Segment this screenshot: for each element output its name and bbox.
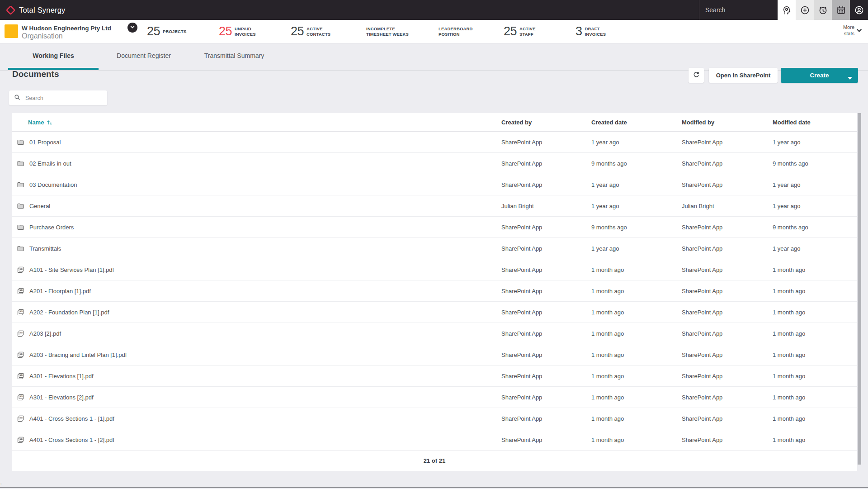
cell-created-date: 1 month ago bbox=[591, 266, 682, 273]
document-name: A401 - Cross Sections 1 - [2].pdf bbox=[29, 437, 114, 443]
svg-text:PDF: PDF bbox=[20, 417, 23, 418]
timer-button[interactable] bbox=[814, 0, 832, 20]
organisation-dropdown-button[interactable] bbox=[127, 23, 137, 33]
cell-created-by: SharePoint App bbox=[501, 266, 591, 273]
stat-active-staff[interactable]: 25ACTIVESTAFF bbox=[504, 20, 536, 43]
cell-modified-by: Julian Bright bbox=[682, 203, 773, 209]
total-synergy-logo-icon bbox=[6, 5, 15, 15]
document-name: A101 - Site Services Plan [1].pdf bbox=[29, 266, 114, 273]
cell-modified-by: SharePoint App bbox=[682, 373, 773, 380]
cell-created-by: SharePoint App bbox=[501, 373, 591, 380]
cell-modified-date: 1 year ago bbox=[773, 181, 857, 188]
stat-label: ACTIVESTAFF bbox=[519, 26, 536, 37]
table-row[interactable]: 01 ProposalSharePoint App1 year agoShare… bbox=[12, 132, 857, 153]
refresh-button[interactable] bbox=[689, 68, 704, 83]
cell-modified-by: SharePoint App bbox=[682, 394, 773, 401]
table-row[interactable]: PDFA401 - Cross Sections 1 - [1].pdfShar… bbox=[12, 408, 857, 429]
pdf-file-icon: PDF bbox=[17, 372, 24, 380]
table-row[interactable]: 02 Emails in outSharePoint App9 months a… bbox=[12, 153, 857, 174]
stat-label: DRAFTINVOICES bbox=[585, 26, 606, 37]
cell-modified-date: 1 month ago bbox=[773, 373, 857, 380]
topbar-icon-buttons bbox=[778, 0, 868, 20]
add-button[interactable] bbox=[796, 0, 814, 20]
row-count-label: 21 of 21 bbox=[424, 457, 445, 464]
stat-unpaid-invoices[interactable]: 25UNPAIDINVOICES bbox=[219, 20, 256, 43]
cell-created-by: SharePoint App bbox=[501, 224, 591, 231]
table-row[interactable]: PDFA101 - Site Services Plan [1].pdfShar… bbox=[12, 259, 857, 280]
document-name: 01 Proposal bbox=[29, 139, 61, 146]
documents-search-input[interactable] bbox=[24, 95, 107, 102]
document-name: A301 - Elevations [2].pdf bbox=[29, 394, 94, 401]
cell-created-date: 1 month ago bbox=[591, 415, 682, 422]
column-header-name[interactable]: Name bbox=[12, 119, 501, 126]
column-header-created-by[interactable]: Created by bbox=[501, 119, 591, 126]
svg-text:PDF: PDF bbox=[20, 268, 23, 270]
organisation-avatar bbox=[5, 24, 18, 38]
cell-created-by: SharePoint App bbox=[501, 160, 591, 167]
column-header-modified-by[interactable]: Modified by bbox=[682, 119, 773, 126]
cell-created-by: SharePoint App bbox=[501, 181, 591, 188]
cell-created-by: SharePoint App bbox=[501, 437, 591, 443]
tab-document-register[interactable]: Document Register bbox=[99, 43, 189, 70]
pdf-file-icon: PDF bbox=[17, 266, 24, 274]
organisation-selector[interactable]: W Hudson Engineering Pty Ltd Organisatio… bbox=[5, 24, 111, 40]
table-row[interactable]: PDFA201 - Floorplan [1].pdfSharePoint Ap… bbox=[12, 280, 857, 302]
cell-modified-by: SharePoint App bbox=[682, 330, 773, 337]
cell-created-by: SharePoint App bbox=[501, 288, 591, 294]
cell-modified-by: SharePoint App bbox=[682, 160, 773, 167]
table-row[interactable]: GeneralJulian Bright1 year agoJulian Bri… bbox=[12, 195, 857, 217]
ideas-button[interactable] bbox=[778, 0, 796, 20]
table-row[interactable]: 03 DocumentationSharePoint App1 year ago… bbox=[12, 174, 857, 195]
table-row[interactable]: PDFA301 - Elevations [2].pdfSharePoint A… bbox=[12, 387, 857, 408]
calendar-button[interactable] bbox=[832, 0, 850, 20]
documents-table: NameCreated byCreated dateModified byMod… bbox=[12, 113, 857, 471]
cell-name: PDFA401 - Cross Sections 1 - [2].pdf bbox=[12, 436, 501, 444]
cell-name: PDFA203 - Bracing and Lintel Plan [1].pd… bbox=[12, 351, 501, 359]
create-button[interactable]: Create bbox=[781, 68, 858, 83]
timer-icon bbox=[818, 5, 828, 15]
stat-value: 3 bbox=[576, 24, 582, 38]
column-header-modified-date[interactable]: Modified date bbox=[773, 119, 857, 126]
tab-transmittal-summary[interactable]: Transmittal Summary bbox=[189, 43, 279, 70]
table-row[interactable]: PDFA202 - Foundation Plan [1].pdfSharePo… bbox=[12, 302, 857, 323]
table-scrollbar[interactable] bbox=[858, 113, 861, 465]
ideas-icon bbox=[782, 5, 792, 15]
table-row[interactable]: PDFA301 - Elevations [1].pdfSharePoint A… bbox=[12, 366, 857, 387]
account-button[interactable] bbox=[850, 0, 868, 20]
stat-active-contacts[interactable]: 25ACTIVECONTACTS bbox=[291, 20, 330, 43]
tab-working-files[interactable]: Working Files bbox=[8, 43, 99, 70]
folder-icon bbox=[17, 245, 24, 252]
app-logo: Total Synergy bbox=[0, 0, 66, 20]
cell-created-by: SharePoint App bbox=[501, 245, 591, 252]
cell-created-date: 9 months ago bbox=[591, 224, 682, 231]
more-stats-button[interactable]: More stats bbox=[838, 24, 863, 37]
tabs-row: Working FilesDocument RegisterTransmitta… bbox=[0, 43, 868, 71]
document-name: A202 - Foundation Plan [1].pdf bbox=[29, 309, 109, 316]
table-row[interactable]: PDFA401 - Cross Sections 1 - [2].pdfShar… bbox=[12, 429, 857, 451]
cell-created-by: SharePoint App bbox=[501, 394, 591, 401]
table-row[interactable]: TransmittalsSharePoint App1 year agoShar… bbox=[12, 238, 857, 259]
stat-leaderboard-position[interactable]: LEADERBOARDPOSITION bbox=[436, 20, 473, 43]
global-search-input[interactable]: Search bbox=[699, 0, 778, 20]
cell-created-by: SharePoint App bbox=[501, 415, 591, 422]
stat-draft-invoices[interactable]: 3DRAFTINVOICES bbox=[576, 20, 606, 43]
cell-created-by: SharePoint App bbox=[501, 309, 591, 316]
table-row[interactable]: PDFA203 [2].pdfSharePoint App1 month ago… bbox=[12, 323, 857, 344]
cell-modified-by: SharePoint App bbox=[682, 224, 773, 231]
column-header-created-date[interactable]: Created date bbox=[591, 119, 682, 126]
stat-incomplete-timesheet-weeks[interactable]: INCOMPLETETIMESHEET WEEKS bbox=[363, 20, 409, 43]
table-row[interactable]: PDFA203 - Bracing and Lintel Plan [1].pd… bbox=[12, 344, 857, 366]
cell-modified-date: 1 month ago bbox=[773, 394, 857, 401]
folder-icon bbox=[17, 223, 24, 231]
svg-text:PDF: PDF bbox=[20, 374, 23, 376]
stat-value: 25 bbox=[147, 24, 160, 38]
cell-modified-date: 9 months ago bbox=[773, 160, 857, 167]
table-row[interactable]: Purchase OrdersSharePoint App9 months ag… bbox=[12, 217, 857, 238]
cell-created-date: 1 year ago bbox=[591, 181, 682, 188]
table-footer: 21 of 21 bbox=[12, 451, 857, 471]
pdf-file-icon: PDF bbox=[17, 287, 24, 295]
cell-modified-by: SharePoint App bbox=[682, 351, 773, 358]
open-in-sharepoint-button[interactable]: Open in SharePoint bbox=[709, 68, 778, 83]
stat-projects[interactable]: 25PROJECTS bbox=[147, 20, 186, 43]
cell-modified-by: SharePoint App bbox=[682, 288, 773, 294]
